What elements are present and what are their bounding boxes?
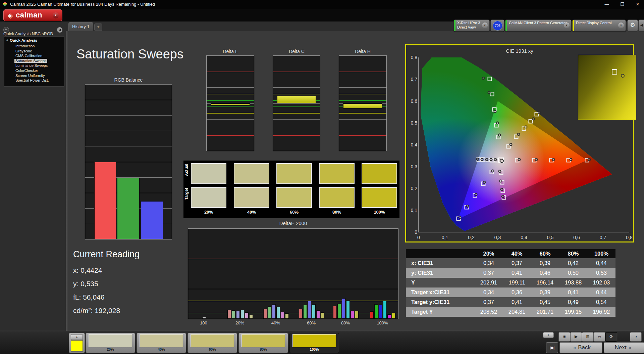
back-button[interactable]: «Back <box>559 342 602 353</box>
table-cell: 192,03 <box>587 279 615 286</box>
sidebar-item-cms-calibration[interactable]: CMS Calibration <box>14 54 43 58</box>
deltae-chart: 151050 <box>188 228 398 319</box>
minimize-icon[interactable]: — <box>600 1 614 8</box>
delta-c-title: Delta C <box>273 49 321 54</box>
chevron-down-icon[interactable]: ▼ <box>482 23 488 28</box>
collapse-up-icon[interactable]: ▲ <box>71 334 83 340</box>
deltae-bar <box>333 306 337 319</box>
window-title: Calman 2025 Calman Ultimate for Business… <box>10 2 155 7</box>
tree-expand-icon[interactable]: ◢ <box>6 39 8 42</box>
pattern-patch-20%[interactable]: 20% <box>86 333 135 353</box>
pattern-bar: ▲ 20%40%60%80%100% ▲ ■▶⊞∞⟳◑ ▣ «Back Next… <box>0 331 644 354</box>
cie-zoom-inset <box>578 55 636 120</box>
pattern-generator-dropdown[interactable]: CalMAN Client 3 Pattern Generator ▼ <box>505 19 572 32</box>
cie-current-marker <box>498 158 504 163</box>
calman-menu-button[interactable]: ◈ calman ▼ <box>3 9 62 21</box>
stop-button[interactable]: ■ <box>558 332 570 342</box>
collapse-up-icon[interactable]: ▲ <box>543 332 554 338</box>
cie-measured-marker <box>525 125 528 128</box>
display-control-dropdown[interactable]: Direct Display Control ▼ <box>572 19 626 32</box>
maximize-icon[interactable]: ❐ <box>615 1 629 8</box>
sidebar-item-luminance-sweeps[interactable]: Luminance Sweeps <box>14 63 49 68</box>
patch-swatch <box>191 334 234 347</box>
close-icon[interactable]: ✕ <box>631 1 644 8</box>
sidebar-collapse-icon[interactable]: ◀ <box>57 27 62 33</box>
rgb-balance-title: RGB Balance <box>85 77 172 83</box>
table-cell: 0,49 <box>559 299 587 305</box>
table-cell: 0,41 <box>559 289 587 296</box>
deltae-bar <box>227 310 231 319</box>
cie-measured-marker <box>476 158 479 161</box>
next-button[interactable]: Next» <box>604 342 644 353</box>
app-window: Calman 2025 Calman Ultimate for Business… <box>0 0 644 354</box>
deltae-bar <box>308 301 311 319</box>
cie-measured-marker <box>500 188 503 191</box>
table-header-cell: 20% <box>475 251 503 257</box>
table-row-label: x: CIE31 <box>406 260 475 266</box>
actual-swatch-60% <box>276 163 312 184</box>
cie-measured-marker <box>488 91 491 94</box>
table-row: Target Y208,52204,81201,71199,15196,92 <box>406 307 615 317</box>
patch-swatch <box>89 334 132 347</box>
table-cell: 208,52 <box>475 309 503 315</box>
meter-status-stripe <box>454 20 455 31</box>
pattern-window-button[interactable]: ▣ <box>546 342 558 353</box>
cie-measured-marker <box>459 216 462 219</box>
gear-icon[interactable]: ⚙ <box>627 19 638 32</box>
swatch-col-label: 60% <box>276 210 312 215</box>
target-swatch-100% <box>362 187 397 208</box>
table-cell: 0,41 <box>503 299 531 305</box>
table-cell: 0,36 <box>503 289 531 296</box>
delta-bar <box>343 103 382 108</box>
title-bar: Calman 2025 Calman Ultimate for Business… <box>0 0 644 9</box>
table-cell: 196,92 <box>587 309 615 315</box>
swatch-col-label: 100% <box>362 210 397 215</box>
sidebar-item-spectral-power-dist-[interactable]: Spectral Power Dist. <box>14 78 50 82</box>
current-reading-line: y: 0,535 <box>73 280 98 288</box>
delta-c-chart: 151050-5-10-15100% <box>273 55 320 151</box>
play-button[interactable]: ▶ <box>570 332 582 342</box>
pattern-patch-80%[interactable]: 80% <box>238 333 288 353</box>
cie-measured-marker <box>496 122 499 125</box>
sidebar-item-saturation-sweeps[interactable]: Saturation Sweeps <box>14 59 47 63</box>
collapse-panel-icon[interactable]: ◀ <box>638 19 644 32</box>
add-tab-button[interactable]: + <box>94 24 102 31</box>
chevron-down-icon[interactable]: ▼ <box>53 12 59 18</box>
swatch-col-label: 40% <box>234 210 269 215</box>
sidebar-item-colorchecker[interactable]: ColorChecker <box>14 69 39 73</box>
chevron-down-icon[interactable]: ▼ <box>564 23 570 28</box>
table-row: Target y:CIE310,370,410,450,490,54 <box>406 297 615 307</box>
cie-measured-marker <box>493 110 496 113</box>
cie-measured-marker <box>475 193 478 196</box>
chevron-down-icon[interactable]: ▼ <box>618 23 624 28</box>
table-header-cell: 60% <box>531 251 559 257</box>
cie-ytick: 0,7 <box>407 77 417 82</box>
pattern-patch-100%[interactable]: 100% <box>289 333 339 353</box>
table-row: Target x:CIE310,340,360,390,410,44 <box>406 287 615 297</box>
sidebar-item-screen-uniformity[interactable]: Screen Uniformity <box>14 74 46 78</box>
table-row: Y202,91199,11196,14193,88192,03 <box>406 278 615 287</box>
sidebar-item-grayscale[interactable]: Grayscale <box>14 49 33 53</box>
deltae-bar <box>374 304 378 319</box>
meter-dropdown[interactable]: X-Rite i1Pro 3 Direct View ▼ <box>453 19 490 32</box>
table-cell: 0,41 <box>503 270 531 276</box>
sidebar-divider <box>66 31 68 331</box>
pattern-patch-60%[interactable]: 60% <box>187 333 237 353</box>
pattern-patch-40%[interactable]: 40% <box>137 333 186 353</box>
sidebar-item-introduction[interactable]: Introduction <box>14 44 36 48</box>
meter-button[interactable]: ◑ <box>630 332 642 342</box>
patch-label: 80% <box>239 347 288 351</box>
sync-button[interactable]: ⟳ <box>605 332 617 342</box>
meter-badge-button[interactable]: 706 <box>490 19 504 32</box>
cie-xtick: 0,7 <box>600 235 606 240</box>
deltae-group-label: 80% <box>332 320 359 325</box>
cie-measured-marker <box>494 158 497 161</box>
tab-history-1[interactable]: History 1 <box>68 22 93 31</box>
tree-root-label[interactable]: Quick Analysis <box>10 38 37 42</box>
cie-measured-marker <box>499 179 502 182</box>
read-series-button[interactable]: ⊞ <box>582 332 594 342</box>
read-continuous-button[interactable]: ∞ <box>594 332 605 342</box>
actual-target-swatch-panel: ActualTarget20%40%60%80%100% <box>183 161 399 218</box>
pattern-preview-swatch[interactable] <box>71 340 83 352</box>
deltae-bar <box>281 312 284 319</box>
